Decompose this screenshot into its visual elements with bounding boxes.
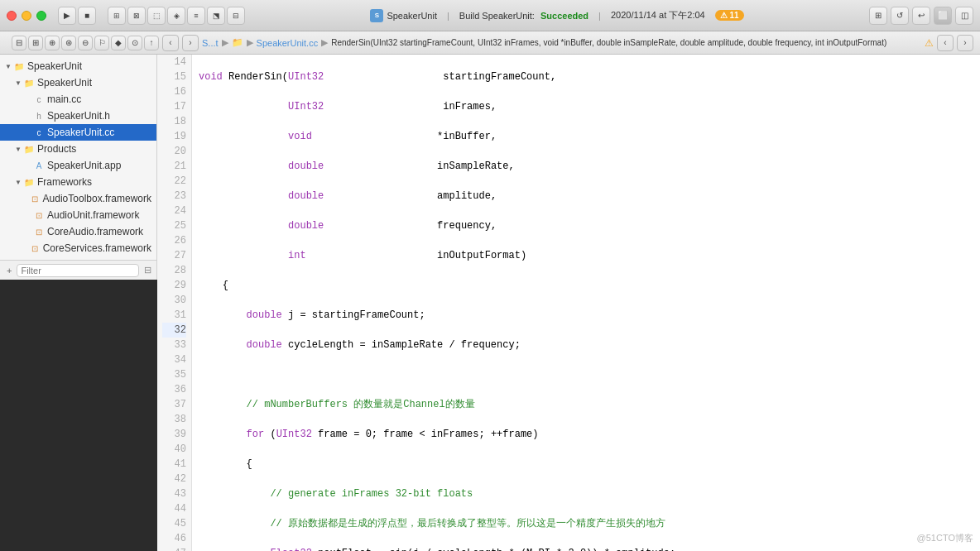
env-icon[interactable]: ⊟ [227,7,245,25]
stop-button[interactable]: ■ [78,7,96,25]
more-icon[interactable]: ⬔ [207,7,225,25]
title-divider2: | [598,11,601,21]
back-icon[interactable]: ↩ [912,7,930,25]
scheme-icon[interactable]: ⊞ [108,7,126,25]
code-line-17: double inSampleRate, [199,159,973,174]
line-47: 47 [162,546,186,551]
flag-icon[interactable]: ⚐ [94,36,109,50]
split2-icon[interactable]: ◫ [955,7,973,25]
expand-icon: ▼ [3,61,13,71]
app-name: SpeakerUnit [387,11,437,21]
line-31: 31 [162,308,186,323]
title-divider: | [447,11,449,21]
line-26: 26 [162,233,186,248]
maximize-button[interactable] [36,11,46,21]
line-43: 43 [162,486,186,501]
code-line-15: UInt32 inFrames, [199,99,973,114]
code-line-20: int inOutputFormat) [199,248,973,263]
line-30: 30 [162,293,186,308]
list-icon[interactable]: ⊟ [12,36,26,50]
line-25: 25 [162,218,186,233]
line-39: 39 [162,427,186,442]
device-icon[interactable]: ⬚ [147,7,166,25]
sidebar-label: Frameworks [37,176,92,188]
line-41: 41 [162,457,186,472]
play-button[interactable]: ▶ [58,7,76,25]
close-button[interactable] [7,11,17,21]
sidebar-item-frameworks[interactable]: ▼ 📁 Frameworks [0,174,156,190]
hierarchy-icon[interactable]: ⊕ [45,36,60,50]
code-line-21: { [199,278,973,293]
line-14: 14 [162,55,186,69]
sidebar-item-speakerunit-app[interactable]: A SpeakerUnit.app [0,157,156,174]
warning-badge[interactable]: ⚠ 11 [715,10,744,21]
split-icon[interactable]: ⬜ [934,7,952,25]
sidebar-item-speakerunit-h[interactable]: h SpeakerUnit.h [0,108,156,124]
sidebar-item-coreservices[interactable]: ⊡ CoreServices.framework [0,240,156,256]
line-28: 28 [162,263,186,278]
diamond-icon[interactable]: ◆ [111,36,126,50]
code-line-25: // mNumberBuffers 的数量就是Channel的数量 [199,397,973,412]
sidebar-label: SpeakerUnit [27,60,82,72]
code-content[interactable]: void RenderSin(UInt32 startingFrameCount… [192,55,980,551]
arrow-icon[interactable]: ↑ [144,36,159,50]
sidebar-item-speakerunit-cc[interactable]: c SpeakerUnit.cc [0,124,156,141]
breadcrumb-nav-left[interactable]: ‹ [937,35,954,51]
line-38: 38 [162,412,186,427]
grid-icon[interactable]: ⊞ [869,7,887,25]
line-27: 27 [162,248,186,263]
watermark: @51CTO博客 [917,532,973,544]
breadcrumb-file[interactable]: SpeakerUnit.cc [257,38,319,48]
breadcrumb-project[interactable]: S...t [202,38,219,48]
addr-icon[interactable]: ≡ [187,7,205,25]
grid-icon2[interactable]: ⊞ [28,36,43,50]
add-icon[interactable]: ⊛ [61,36,76,50]
refresh-icon[interactable]: ↺ [891,7,909,25]
sidebar-item-products[interactable]: ▼ 📁 Products [0,141,156,157]
line-37: 37 [162,397,186,412]
run-icon[interactable]: ⊠ [127,7,146,25]
file-icon: c [33,127,45,138]
folder-icon: 📁 [13,60,25,72]
sidebar-item-coreaudio[interactable]: ⊡ CoreAudio.framework [0,223,156,240]
break-icon[interactable]: ◈ [167,7,185,25]
code-area[interactable]: 14 15 16 17 18 19 20 21 22 23 24 25 26 2… [157,55,980,551]
breadcrumb-folder[interactable]: 📁 [232,37,243,48]
framework-icon: ⊡ [29,242,41,254]
code-editor: 14 15 16 17 18 19 20 21 22 23 24 25 26 2… [157,55,980,551]
toolbar-right: ⊞ ↺ ↩ ⬜ ◫ [869,7,973,25]
line-40: 40 [162,442,186,457]
code-line-22: double j = startingFrameCount; [199,308,973,323]
breadcrumb-sep1: ▶ [222,37,228,48]
title-bar: ▶ ■ ⊞ ⊠ ⬚ ◈ ≡ ⬔ ⊟ S SpeakerUnit | [0,0,980,31]
sidebar-item-speakerunit-root[interactable]: ▼ 📁 SpeakerUnit [0,58,156,74]
line-15: 15 [162,69,186,84]
breadcrumb-nav-right[interactable]: › [957,35,973,51]
line-44: 44 [162,501,186,516]
line-46: 46 [162,531,186,546]
app-icon: A [33,160,45,171]
main-content: ▼ 📁 SpeakerUnit ▼ 📁 SpeakerUnit c main.c… [0,55,980,551]
line-35: 35 [162,367,186,382]
sidebar-label: AudioUnit.framework [47,209,139,221]
code-line-26: for (UInt32 frame = 0; frame < inFrames;… [199,427,973,442]
filter-input[interactable] [17,264,139,277]
sidebar-label: SpeakerUnit.h [47,110,110,122]
line-29: 29 [162,278,186,293]
circle-icon[interactable]: ⊙ [127,36,142,50]
dash-icon[interactable]: ⊖ [78,36,93,50]
forward-nav-button[interactable]: › [182,35,199,51]
filter-icon: + [7,266,12,276]
minimize-button[interactable] [22,11,31,21]
line-34: 34 [162,352,186,367]
sidebar-item-audiounit[interactable]: ⊡ AudioUnit.framework [0,207,156,223]
back-nav-button[interactable]: ‹ [162,35,179,51]
warning-icon[interactable]: ⚠ [925,37,934,49]
breadcrumb: S...t ▶ 📁 ▶ SpeakerUnit.cc ▶ RenderSin(U… [202,37,921,48]
toolbar-view-icons: ⊟ ⊞ ⊕ ⊛ ⊖ ⚐ ◆ ⊙ ↑ [12,36,159,50]
sidebar-item-speakerunit-folder[interactable]: ▼ 📁 SpeakerUnit [0,74,156,91]
sidebar-item-main-cc[interactable]: c main.cc [0,91,156,108]
sidebar-item-audiotoolbox[interactable]: ⊡ AudioToolbox.framework [0,190,156,207]
build-status: Build SpeakerUnit: Succeeded [459,11,588,21]
sidebar-label: CoreServices.framework [43,242,151,254]
